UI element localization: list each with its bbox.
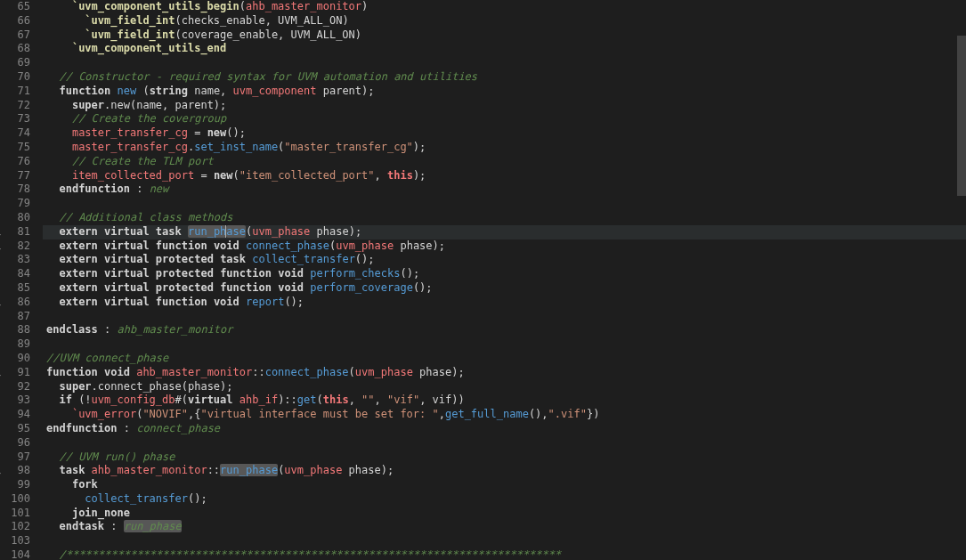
code-line[interactable]: // Additional class methods <box>46 211 966 225</box>
line-number[interactable]: 81⌄ <box>7 225 30 239</box>
line-number[interactable]: 92 <box>7 380 30 394</box>
line-number[interactable]: 98⌄ <box>7 464 30 478</box>
line-number[interactable]: 75 <box>7 141 30 155</box>
line-number[interactable]: 88 <box>7 323 30 337</box>
code-token <box>98 281 104 294</box>
code-line[interactable]: master_transfer_cg.set_inst_name("master… <box>46 141 966 155</box>
code-line[interactable]: extern virtual protected task collect_tr… <box>46 253 966 267</box>
line-number[interactable]: 77 <box>7 169 30 183</box>
line-number[interactable]: 104 <box>7 548 30 560</box>
line-number[interactable]: 102 <box>7 520 30 534</box>
line-number[interactable]: 73 <box>7 112 30 126</box>
line-number[interactable]: 89 <box>7 337 30 352</box>
line-number[interactable]: 68 <box>7 42 30 56</box>
line-number[interactable]: 80 <box>7 211 30 225</box>
code-line[interactable]: endtask : run_phase <box>46 520 966 534</box>
line-number[interactable]: 74 <box>7 126 30 141</box>
code-token: (name, parent); <box>130 99 226 111</box>
code-line[interactable]: extern virtual protected function void p… <box>46 281 966 296</box>
code-line[interactable]: extern virtual task run_phase(uvm_phase … <box>46 225 966 239</box>
code-line[interactable]: endclass : ahb_master_monitor <box>46 323 966 337</box>
code-line[interactable]: /***************************************… <box>46 548 966 560</box>
line-number[interactable]: 79 <box>7 197 30 211</box>
code-line[interactable]: // Constructor - required syntax for UVM… <box>46 70 966 85</box>
code-line[interactable] <box>46 197 966 211</box>
line-number-gutter[interactable]: 6566676869707172737475767778798081⌄82⌄83… <box>0 0 43 560</box>
code-line[interactable]: function new (string name, uvm_component… <box>46 85 966 99</box>
code-line[interactable] <box>46 534 966 548</box>
code-line[interactable]: join_none <box>46 507 966 521</box>
line-number[interactable]: 66 <box>7 14 30 28</box>
code-line[interactable]: super.new(name, parent); <box>46 99 966 113</box>
line-number[interactable]: 101 <box>7 507 30 521</box>
line-number[interactable]: 99 <box>7 478 30 492</box>
code-line[interactable]: if (!uvm_config_db#(virtual ahb_if)::get… <box>46 394 966 408</box>
code-line[interactable]: extern virtual protected function void p… <box>46 267 966 281</box>
fold-chevron-icon[interactable]: ⌄ <box>0 241 1 256</box>
code-line[interactable]: item_collected_port = new("item_collecte… <box>46 169 966 183</box>
scrollbar-thumb[interactable] <box>957 36 966 196</box>
code-line[interactable]: `uvm_component_utils_begin(ahb_master_mo… <box>46 0 966 14</box>
fold-chevron-icon[interactable]: ⌄ <box>0 466 1 480</box>
fold-chevron-icon[interactable]: ⌄ <box>0 297 1 312</box>
code-token: connect_phase <box>136 422 220 434</box>
code-token: (); <box>355 253 375 265</box>
line-number[interactable]: 97 <box>7 450 30 465</box>
code-line[interactable]: `uvm_field_int(coverage_enable, UVM_ALL_… <box>46 28 966 43</box>
code-editor[interactable]: 6566676869707172737475767778798081⌄82⌄83… <box>0 0 966 560</box>
code-line[interactable]: master_transfer_cg = new(); <box>46 126 966 141</box>
line-number[interactable]: 94 <box>7 408 30 422</box>
code-line[interactable]: extern virtual function void connect_pha… <box>46 239 966 254</box>
code-line[interactable] <box>46 56 966 70</box>
code-line[interactable]: endfunction : connect_phase <box>46 422 966 436</box>
line-number[interactable]: 65 <box>7 0 30 14</box>
line-number[interactable]: 96 <box>7 436 30 450</box>
line-number[interactable]: 95 <box>7 422 30 436</box>
code-token: , <box>349 394 361 406</box>
code-line[interactable]: super.connect_phase(phase); <box>46 380 966 394</box>
code-line[interactable]: task ahb_master_monitor::run_phase(uvm_p… <box>46 464 966 478</box>
line-number[interactable]: 84 <box>7 267 30 281</box>
code-line[interactable] <box>46 310 966 324</box>
line-number[interactable]: 83 <box>7 253 30 267</box>
line-number[interactable]: 69 <box>7 56 30 70</box>
code-line[interactable]: extern virtual function void report(); <box>46 296 966 310</box>
code-line[interactable]: collect_transfer(); <box>46 492 966 507</box>
line-number[interactable]: 72 <box>7 99 30 113</box>
code-line[interactable]: `uvm_component_utils_end <box>46 42 966 56</box>
line-number[interactable]: 70 <box>7 70 30 85</box>
line-number[interactable]: 103 <box>7 534 30 548</box>
code-line[interactable] <box>46 436 966 450</box>
code-line[interactable] <box>46 337 966 352</box>
code-line[interactable]: // UVM run() phase <box>46 450 966 465</box>
line-number[interactable]: 71 <box>7 85 30 99</box>
fold-chevron-icon[interactable]: ⌄ <box>0 227 1 241</box>
line-number[interactable]: 100 <box>7 492 30 507</box>
code-token <box>98 225 104 238</box>
line-number[interactable]: 82⌄ <box>7 239 30 254</box>
line-number[interactable]: 86⌄ <box>7 296 30 310</box>
line-number[interactable]: 87 <box>7 310 30 324</box>
code-line[interactable]: // Create the TLM port <box>46 155 966 169</box>
code-token: get_full_name <box>445 408 529 420</box>
code-line[interactable]: // Create the covergroup <box>46 112 966 126</box>
line-number[interactable]: 91⌄ <box>7 366 30 380</box>
code-token: fork <box>72 478 98 491</box>
code-line[interactable]: `uvm_field_int(checks_enable, UVM_ALL_ON… <box>46 14 966 28</box>
code-line[interactable]: function void ahb_master_monitor::connec… <box>46 366 966 380</box>
line-number[interactable]: 67 <box>7 28 30 43</box>
code-line[interactable]: `uvm_error("NOVIF",{"virtual interface m… <box>46 408 966 422</box>
code-line[interactable]: fork <box>46 478 966 492</box>
line-number[interactable]: 90 <box>7 352 30 366</box>
code-line[interactable]: endfunction : new <box>46 183 966 197</box>
code-line[interactable]: //UVM connect_phase <box>46 352 966 366</box>
vertical-scrollbar[interactable] <box>957 0 966 560</box>
line-number[interactable]: 78 <box>7 183 30 197</box>
line-number[interactable]: 76 <box>7 155 30 169</box>
code-token: ( <box>349 366 355 378</box>
code-area[interactable]: `uvm_component_utils_begin(ahb_master_mo… <box>43 0 966 560</box>
line-number[interactable]: 93 <box>7 394 30 408</box>
line-number[interactable]: 85 <box>7 281 30 296</box>
fold-chevron-icon[interactable]: ⌄ <box>0 368 1 382</box>
code-token <box>46 281 59 294</box>
